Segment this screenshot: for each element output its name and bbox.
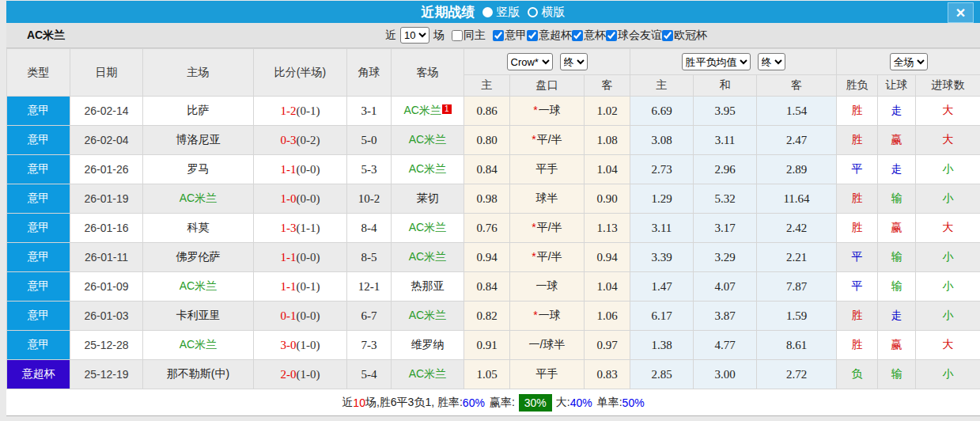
- away-team: AC米兰: [392, 126, 464, 155]
- result: 胜: [837, 302, 878, 331]
- cell-text: 1: [442, 104, 452, 114]
- league-badge: 意甲: [7, 243, 70, 272]
- odds-company-select[interactable]: Crow*: [507, 53, 553, 70]
- away-team: 莱切: [392, 184, 464, 214]
- league-label-2: 意杯: [584, 28, 606, 43]
- odds-home: 0.86: [464, 97, 510, 126]
- scope-select[interactable]: 全场: [890, 53, 928, 70]
- cell-text: *: [533, 309, 537, 321]
- home-team: 博洛尼亚: [143, 126, 254, 155]
- col-score: 比分(半场): [254, 49, 347, 97]
- avg-period-select[interactable]: 终: [758, 53, 785, 70]
- corner-score: 5-3: [347, 155, 392, 184]
- layout-radio-horizontal[interactable]: 横版: [528, 5, 566, 20]
- home-team: AC米兰: [143, 272, 254, 302]
- match-count-select[interactable]: 10: [400, 27, 429, 44]
- avg-type-select[interactable]: 胜平负均值: [682, 53, 751, 70]
- cell-text: AC米兰: [409, 250, 446, 263]
- avg-lose: 2.89: [757, 155, 837, 184]
- result: 胜: [837, 126, 878, 155]
- odds-home: 0.76: [464, 214, 510, 243]
- score: 1-0(0-0): [254, 184, 347, 214]
- handicap: 平手: [510, 155, 585, 184]
- handicap-result: 走: [878, 302, 916, 331]
- handicap-result: 走: [878, 155, 916, 184]
- cell-text: 热那亚: [411, 279, 445, 292]
- corner-score: 8-4: [347, 214, 392, 243]
- result: 胜: [837, 331, 878, 360]
- league-checkbox-0[interactable]: [493, 30, 504, 41]
- away-team: AC米兰: [392, 243, 464, 272]
- odds-away: 0.94: [585, 243, 630, 272]
- result: 胜: [837, 214, 878, 243]
- league-checkbox-3[interactable]: [606, 30, 617, 41]
- goals-result: 小: [916, 155, 980, 184]
- panel-title: 近期战绩: [422, 3, 475, 21]
- radio-selected-icon[interactable]: [482, 7, 493, 17]
- avg-win: 3.11: [630, 214, 694, 243]
- score: 1-1(0-0): [254, 155, 347, 184]
- table-row: 意甲26-02-04博洛尼亚0-3(0-2)5-0AC米兰0.80*平/半1.0…: [7, 126, 980, 155]
- cell-text: AC米兰: [180, 192, 217, 204]
- away-team: 维罗纳: [392, 331, 464, 360]
- close-button[interactable]: ✕: [948, 2, 974, 23]
- odds-home: 0.84: [464, 155, 510, 184]
- radio-unselected-icon[interactable]: [528, 7, 538, 17]
- goals-result: 小: [916, 302, 980, 331]
- cell-text: 莱切: [417, 192, 439, 204]
- avg-win: 1.47: [630, 272, 694, 302]
- cell-text: 一/球半: [529, 338, 566, 351]
- handicap-result: 输: [878, 184, 916, 214]
- avg-draw: 3.00: [694, 360, 757, 389]
- odds-home: 1.05: [464, 360, 510, 389]
- cell-text: AC米兰: [409, 162, 446, 175]
- home-team: AC米兰: [143, 184, 254, 214]
- cell-text: 1-0: [281, 192, 297, 205]
- match-date: 26-01-26: [70, 155, 143, 184]
- same-home-checkbox-label: 同主: [452, 28, 486, 43]
- home-team: 罗马: [143, 155, 254, 184]
- odds-period-select[interactable]: 终: [560, 53, 588, 70]
- cell-text: 0-3: [281, 134, 297, 146]
- cell-text: AC米兰: [403, 104, 441, 116]
- cell-text: *: [532, 133, 535, 146]
- near-label: 近: [385, 28, 396, 43]
- league-label-3: 球会友谊: [618, 28, 662, 43]
- footer-single-label: 单率:: [597, 396, 622, 410]
- corner-score: 8-5: [347, 243, 392, 272]
- score: 0-1(0-0): [254, 302, 347, 331]
- league-checkbox-4[interactable]: [662, 30, 673, 41]
- same-home-checkbox[interactable]: [452, 30, 463, 41]
- goals-result: 小: [916, 360, 980, 389]
- away-team: AC米兰: [392, 214, 464, 243]
- cell-text: 平/半: [537, 133, 562, 146]
- handicap: *一球: [510, 302, 585, 331]
- handicap: 一/球半: [510, 331, 585, 360]
- col-corner: 角球: [347, 49, 392, 97]
- layout-radio-vertical[interactable]: 竖版: [482, 5, 520, 20]
- table-row: 意甲26-01-09AC米兰1-1(0-1)12-1热那亚0.84一球1.041…: [7, 272, 980, 302]
- sub-col-avg-draw: 和: [694, 75, 757, 97]
- sub-col-handicap-result: 让球: [878, 75, 916, 97]
- title-bar: 近期战绩 竖版 横版 ✕: [6, 1, 980, 23]
- avg-draw: 3.29: [694, 243, 757, 272]
- odds-home: 0.82: [464, 302, 510, 331]
- handicap: *平/半: [510, 126, 585, 155]
- goals-result: 大: [916, 97, 980, 126]
- sub-col-home-odds: 主: [464, 75, 510, 97]
- avg-lose: 2.42: [757, 214, 837, 243]
- league-badge: 意甲: [7, 302, 70, 331]
- cell-text: 平手: [536, 162, 558, 175]
- cell-text: 球半: [536, 192, 558, 204]
- match-date: 26-02-14: [70, 97, 143, 126]
- avg-win: 1.38: [630, 331, 694, 360]
- league-checkbox-1[interactable]: [527, 30, 538, 41]
- league-checkbox-2[interactable]: [572, 30, 583, 41]
- score: 3-0(1-0): [254, 331, 347, 360]
- goals-result: 小: [916, 243, 980, 272]
- cell-text: 卡利亚里: [176, 309, 221, 321]
- league-badge: 意甲: [7, 155, 70, 184]
- scope-group: 全场: [837, 49, 980, 75]
- avg-win: 2.85: [630, 360, 694, 389]
- handicap-result: 输: [878, 360, 916, 389]
